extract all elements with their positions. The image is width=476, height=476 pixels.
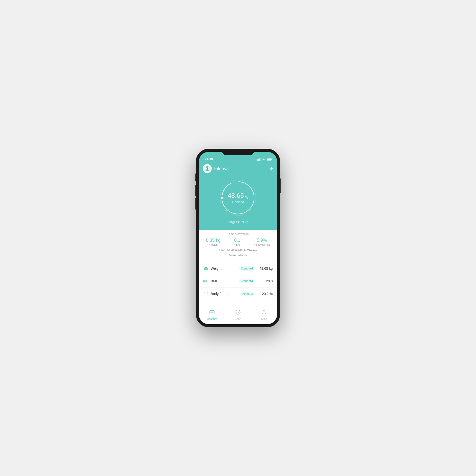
target-text: Target:49.9 kg	[228, 220, 248, 224]
svg-rect-9	[207, 168, 208, 170]
signal-icon	[257, 158, 261, 161]
phone-frame: 11:50	[196, 149, 280, 327]
bmi-icon: BMI	[203, 278, 209, 284]
power-button	[280, 178, 281, 193]
app-title: Fitdays	[214, 166, 229, 171]
stat-weight-name: Weight	[211, 267, 239, 270]
svg-point-24	[206, 295, 207, 296]
stat-bmi-name: BMI	[211, 279, 239, 283]
svg-rect-0	[257, 159, 258, 161]
wifi-icon	[262, 158, 266, 161]
metric-weight-value: 0.35 kg	[206, 238, 221, 243]
svg-rect-14	[205, 267, 207, 268]
status-time: 11:50	[204, 157, 213, 161]
stat-weight-badge: Standard	[239, 266, 255, 271]
svg-point-20	[205, 294, 205, 294]
metric-bmi-label: BMI	[234, 243, 240, 246]
nav-mine[interactable]: Mine	[251, 309, 277, 320]
metric-divider-2	[247, 239, 247, 245]
svg-rect-5	[267, 159, 271, 160]
volume-down-button	[195, 198, 196, 209]
metric-weight: 0.35 kg Weight	[206, 238, 221, 246]
notch	[222, 149, 254, 155]
svg-point-21	[206, 294, 207, 294]
nav-mine-label: Mine	[261, 317, 267, 320]
bottom-nav: Measure Chart	[199, 307, 277, 324]
hero-section: 48.65 kg Finished Target:49.9 kg	[199, 176, 277, 230]
stat-item-bodyfat: Body fat rate Athletes 20.2 %	[199, 288, 277, 300]
status-icons	[257, 158, 272, 161]
svg-rect-3	[260, 158, 261, 161]
weight-icon	[203, 266, 209, 271]
measurement-summary: 11:50 01/07/2019 0.35 kg Weight 0.1 BMI …	[199, 230, 277, 262]
metric-bodyfat-label: Body fat rate	[254, 243, 270, 246]
stat-bmi-value: 20.0	[258, 279, 273, 283]
stat-bodyfat-value: 20.2 %	[258, 292, 273, 296]
svg-point-19	[207, 292, 208, 293]
phone-screen: 11:50	[199, 152, 277, 324]
chart-icon	[235, 309, 241, 317]
stat-bodyfat-badge: Athletes	[240, 292, 255, 296]
weight-unit: kg	[245, 195, 248, 199]
metric-bodyfat: 5.9% Body fat rate	[254, 238, 270, 246]
svg-point-22	[207, 294, 208, 294]
data-card: 11:50 01/07/2019 0.35 kg Weight 0.1 BMI …	[199, 230, 277, 324]
stat-item-weight: Weight Standard 48.65 kg	[199, 262, 277, 275]
svg-point-23	[205, 295, 205, 296]
nav-chart[interactable]: Chart	[225, 309, 251, 320]
stat-item-bmi: BMI BMI Standard 20.0	[199, 275, 277, 288]
svg-point-18	[206, 292, 207, 293]
avatar[interactable]	[203, 164, 212, 173]
add-button[interactable]: +	[270, 166, 273, 172]
svg-rect-2	[259, 158, 260, 161]
metric-bodyfat-value: 5.9%	[254, 238, 270, 243]
volume-up-button	[195, 185, 196, 196]
more-data-link[interactable]: More Data >>	[203, 252, 273, 260]
nav-measure-label: Measure	[207, 317, 217, 320]
metric-divider-1	[227, 239, 227, 245]
weight-number: 48.65	[228, 192, 244, 200]
nav-chart-label: Chart	[235, 317, 241, 320]
measure-icon	[209, 309, 215, 317]
svg-rect-6	[272, 159, 272, 160]
silent-button	[195, 174, 196, 181]
header-left: Fitdays	[203, 164, 229, 173]
stat-bodyfat-name: Body fat rate	[211, 292, 240, 296]
metric-bmi-value: 0.1	[234, 238, 240, 243]
last-time-text: Than last time15:36 27/06/2019	[203, 246, 273, 252]
svg-point-25	[207, 295, 208, 296]
stat-bmi-badge: Standard	[239, 279, 255, 283]
stat-weight-value: 48.65 kg	[258, 267, 273, 270]
battery-icon	[267, 158, 272, 161]
weight-display: 48.65 kg Finished	[228, 192, 248, 204]
stats-list: Weight Standard 48.65 kg BMI BMI Standar…	[199, 262, 277, 307]
svg-point-31	[263, 310, 265, 312]
svg-point-17	[205, 292, 205, 293]
svg-point-12	[221, 197, 223, 199]
user-avatar-image	[204, 165, 211, 172]
summary-metrics: 0.35 kg Weight 0.1 BMI 5.9% Body fat rat…	[203, 238, 273, 246]
weight-status: Finished	[228, 200, 248, 204]
svg-rect-1	[258, 159, 259, 161]
weight-value-display: 48.65 kg	[228, 192, 248, 200]
weight-circle: 48.65 kg Finished	[218, 178, 258, 218]
nav-measure[interactable]: Measure	[199, 309, 225, 320]
bodyfat-icon	[203, 291, 209, 297]
metric-weight-label: Weight	[206, 243, 221, 246]
app-header: Fitdays +	[199, 162, 277, 176]
metric-bmi: 0.1 BMI	[234, 238, 240, 246]
mine-icon	[261, 309, 267, 317]
summary-date: 11:50 01/07/2019	[203, 233, 273, 236]
